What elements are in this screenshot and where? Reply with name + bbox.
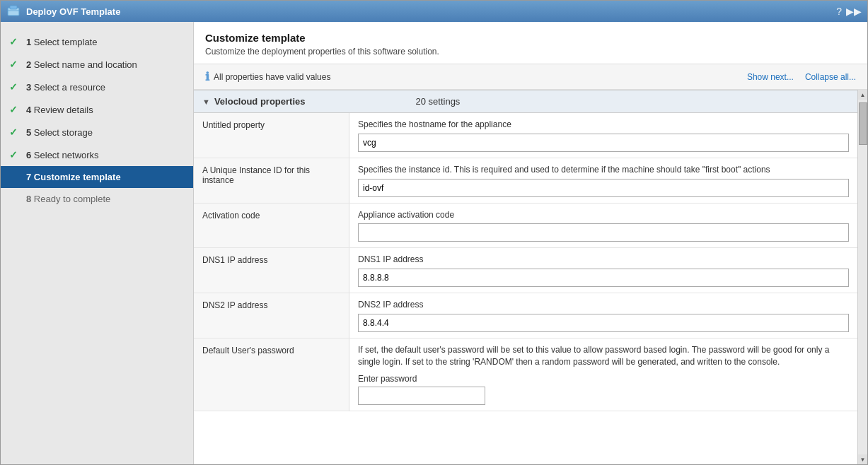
panel-title: Customize template xyxy=(205,32,856,44)
forward-button[interactable]: ▶▶ xyxy=(846,6,862,17)
check-icon-6: ✓ xyxy=(9,149,21,160)
property-row-dns2: DNS2 IP address DNS2 IP address xyxy=(194,293,857,339)
section-toggle[interactable]: ▼ xyxy=(202,98,210,106)
sidebar-item-ready-to-complete[interactable]: 8 Ready to complete xyxy=(1,188,193,210)
check-icon-3: ✓ xyxy=(9,81,21,93)
panel-subtitle: Customize the deployment properties of t… xyxy=(205,47,856,57)
info-bar: ℹ All properties have valid values Show … xyxy=(194,64,867,90)
sidebar-item-select-networks[interactable]: ✓ 6 Select networks xyxy=(1,143,193,166)
titlebar-left: Deploy OVF Template xyxy=(6,4,120,18)
sidebar: ✓ 1 Select template ✓ 2 Select name and … xyxy=(1,22,194,464)
property-value-instance-id: Specifies the instance id. This is requi… xyxy=(349,158,857,203)
enter-password-label: Enter password xyxy=(358,374,849,384)
property-label-dns1: DNS1 IP address xyxy=(194,248,349,293)
sidebar-item-select-storage[interactable]: ✓ 5 Select storage xyxy=(1,121,193,143)
right-panel: Customize template Customize the deploym… xyxy=(194,22,867,464)
titlebar-icon xyxy=(6,4,21,18)
sidebar-label-8: 8 Ready to complete xyxy=(26,194,110,204)
sidebar-item-select-resource[interactable]: ✓ 3 Select a resource xyxy=(1,76,193,98)
prop-input-hostname[interactable] xyxy=(358,134,849,152)
property-row-dns1: DNS1 IP address DNS1 IP address xyxy=(194,248,857,293)
properties-table: ▼ Velocloud properties 20 settings Untit… xyxy=(194,90,857,464)
prop-input-password[interactable] xyxy=(358,387,485,405)
window-title: Deploy OVF Template xyxy=(26,6,120,17)
info-message: All properties have valid values xyxy=(214,72,330,82)
section-count: 20 settings xyxy=(415,96,460,107)
sidebar-label-7: 7 Customize template xyxy=(26,172,121,182)
prop-input-instance-id[interactable] xyxy=(358,179,849,197)
prop-desc-instance-id: Specifies the instance id. This is requi… xyxy=(358,164,849,176)
section-title: Velocloud properties xyxy=(214,96,306,107)
info-bar-left: ℹ All properties have valid values xyxy=(205,70,330,83)
check-icon-4: ✓ xyxy=(9,104,21,115)
titlebar-controls: ? ▶▶ xyxy=(836,6,862,17)
property-row-password: Default User's password If set, the defa… xyxy=(194,339,857,411)
check-icon-1: ✓ xyxy=(9,36,21,47)
prop-desc-activation: Appliance activation code xyxy=(358,209,849,221)
scroll-up-arrow[interactable]: ▲ xyxy=(858,90,868,100)
check-icon-2: ✓ xyxy=(9,59,21,70)
property-row-activation: Activation code Appliance activation cod… xyxy=(194,204,857,249)
info-bar-right: Show next... Collapse all... xyxy=(747,72,856,82)
sidebar-item-select-name[interactable]: ✓ 2 Select name and location xyxy=(1,53,193,76)
scrollbar: ▲ ▼ xyxy=(857,90,867,464)
scroll-thumb[interactable] xyxy=(859,102,867,145)
property-value-dns2: DNS2 IP address xyxy=(349,293,857,338)
property-value-activation: Appliance activation code xyxy=(349,204,857,248)
sidebar-item-customize-template[interactable]: 7 Customize template xyxy=(1,166,193,188)
property-value-dns1: DNS1 IP address xyxy=(349,248,857,293)
sidebar-label-4: 4 Review details xyxy=(26,105,93,115)
prop-desc-dns1: DNS1 IP address xyxy=(358,254,849,266)
svg-rect-1 xyxy=(10,6,17,9)
titlebar: Deploy OVF Template ? ▶▶ xyxy=(1,1,867,22)
property-label-activation: Activation code xyxy=(194,204,349,248)
property-label-dns2: DNS2 IP address xyxy=(194,293,349,338)
sidebar-label-3: 3 Select a resource xyxy=(26,82,105,93)
section-header: ▼ Velocloud properties 20 settings xyxy=(194,90,857,113)
sidebar-label-2: 2 Select name and location xyxy=(26,59,137,70)
prop-input-dns1[interactable] xyxy=(358,269,849,287)
property-value-password: If set, the default user's password will… xyxy=(349,339,857,411)
prop-desc-dns2: DNS2 IP address xyxy=(358,299,849,311)
property-label-untitled: Untitled property xyxy=(194,113,349,158)
panel-header: Customize template Customize the deploym… xyxy=(194,22,867,64)
info-icon: ℹ xyxy=(205,70,209,83)
property-label-password: Default User's password xyxy=(194,339,349,411)
prop-input-activation[interactable] xyxy=(358,223,849,242)
property-label-instance-id: A Unique Instance ID for this instance xyxy=(194,158,349,203)
main-content: ✓ 1 Select template ✓ 2 Select name and … xyxy=(1,22,867,464)
scrollbar-wrapper: ▼ Velocloud properties 20 settings Untit… xyxy=(194,90,867,464)
sidebar-label-1: 1 Select template xyxy=(26,37,97,47)
sidebar-item-select-template[interactable]: ✓ 1 Select template xyxy=(1,30,193,53)
sidebar-label-6: 6 Select networks xyxy=(26,150,99,160)
collapse-all-link[interactable]: Collapse all... xyxy=(805,72,856,82)
scroll-down-arrow[interactable]: ▼ xyxy=(858,454,868,464)
content-area: ▼ Velocloud properties 20 settings Untit… xyxy=(194,90,867,464)
help-button[interactable]: ? xyxy=(836,6,842,17)
check-icon-5: ✓ xyxy=(9,126,21,138)
scroll-track xyxy=(858,100,867,454)
deploy-ovf-window: Deploy OVF Template ? ▶▶ ✓ 1 Select temp… xyxy=(0,0,868,465)
property-value-untitled: Specifies the hostname for the appliance xyxy=(349,113,857,158)
property-row-untitled: Untitled property Specifies the hostname… xyxy=(194,113,857,158)
property-row-instance-id: A Unique Instance ID for this instance S… xyxy=(194,158,857,204)
prop-input-dns2[interactable] xyxy=(358,314,849,332)
prop-desc-password: If set, the default user's password will… xyxy=(358,344,849,368)
sidebar-label-5: 5 Select storage xyxy=(26,127,93,138)
show-next-link[interactable]: Show next... xyxy=(747,72,794,82)
sidebar-item-review-details[interactable]: ✓ 4 Review details xyxy=(1,98,193,121)
prop-desc-untitled: Specifies the hostname for the appliance xyxy=(358,119,849,131)
